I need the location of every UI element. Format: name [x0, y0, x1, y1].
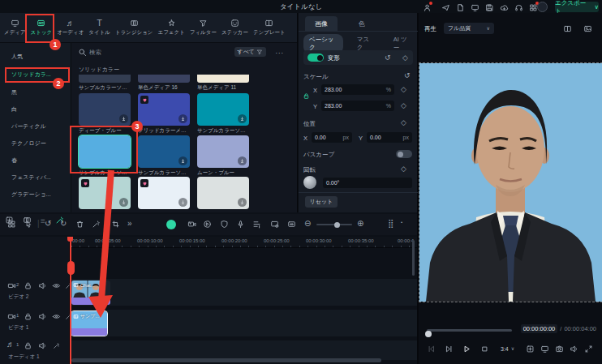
media-item-pale-blue[interactable]	[138, 177, 190, 209]
mute-icon[interactable]	[37, 340, 47, 350]
hide-track-icon[interactable]	[51, 280, 61, 290]
download-icon[interactable]	[119, 114, 128, 123]
keyframe-icon[interactable]: ◇	[402, 54, 408, 62]
media-item-pale-gray[interactable]	[197, 177, 249, 209]
fit-timeline-icon[interactable]	[287, 220, 296, 229]
tab-effects[interactable]: エフェクト	[156, 17, 187, 38]
timeline-ruler[interactable]: 00:00 00:00:05:00 00:00:10:00 00:00:15:0…	[70, 237, 417, 248]
ai-portrait-icon[interactable]	[166, 220, 176, 229]
hide-track-icon[interactable]	[51, 311, 61, 321]
text-to-speech-icon[interactable]	[252, 220, 261, 229]
download-icon[interactable]	[238, 156, 247, 165]
seek-bar[interactable]	[427, 329, 512, 332]
add-marker-icon[interactable]	[526, 345, 535, 353]
tab-media[interactable]: メディア	[2, 17, 28, 38]
next-frame-button[interactable]	[445, 345, 454, 353]
reset-button[interactable]: リセット	[305, 196, 338, 208]
scale-y-input[interactable]: 283.00%	[321, 101, 394, 111]
share-icon[interactable]	[441, 2, 450, 12]
keyframe-icon[interactable]: ◇	[401, 101, 406, 109]
category-black[interactable]: 黒	[11, 88, 68, 96]
scale-reset-icon[interactable]: ↺	[404, 71, 411, 79]
track-wand-icon[interactable]	[51, 340, 61, 350]
keyframe-icon[interactable]: ◇	[401, 118, 406, 126]
tab-templates[interactable]: テンプレート	[251, 17, 288, 38]
preview-portrait[interactable]	[419, 63, 602, 302]
filter-all-dropdown[interactable]: すべて	[234, 47, 267, 57]
lock-icon[interactable]	[23, 280, 32, 290]
track-lane-video1[interactable]	[70, 310, 417, 336]
transform-toggle[interactable]	[307, 54, 324, 62]
playhead-handle[interactable]	[67, 237, 73, 242]
tab-transition[interactable]: トランジション	[113, 17, 156, 38]
ai-camera-icon[interactable]	[187, 220, 196, 229]
keyframe-icon[interactable]: ◇	[401, 165, 406, 173]
lock-icon[interactable]	[23, 311, 32, 321]
fullscreen-icon[interactable]	[584, 345, 593, 353]
path-curve-toggle[interactable]	[396, 150, 412, 158]
media-item-moon-blue[interactable]	[197, 135, 249, 168]
media-item-clipped[interactable]	[197, 75, 249, 83]
export-button[interactable]: エクスポート∨	[555, 2, 599, 12]
media-item-deep-blue[interactable]	[79, 93, 131, 126]
search-input[interactable]: 検索	[89, 49, 101, 57]
category-festival[interactable]: フェスティバ...	[11, 173, 68, 182]
tab-image[interactable]: 画像	[305, 16, 338, 31]
avatar[interactable]	[537, 2, 548, 12]
position-x-input[interactable]: 0.00px	[312, 132, 352, 143]
rotation-dial[interactable]	[303, 176, 316, 189]
aspect-ratio-dropdown[interactable]: 3:4∨	[501, 346, 514, 352]
zoom-in-icon[interactable]: ⊕	[357, 220, 363, 228]
headset-icon[interactable]	[514, 2, 523, 12]
keyframe-icon[interactable]: ◇	[401, 85, 406, 93]
download-icon[interactable]	[178, 198, 187, 207]
download-icon[interactable]	[178, 156, 187, 165]
split-icon[interactable]	[92, 220, 101, 229]
lock-icon[interactable]	[23, 340, 32, 350]
category-spring[interactable]: 春	[11, 156, 68, 165]
media-item-dark-blue[interactable]	[138, 135, 190, 168]
scale-x-input[interactable]: 283.00%	[321, 84, 394, 95]
save-icon[interactable]	[484, 2, 494, 12]
tab-audio[interactable]: ♬オーディオ	[54, 18, 86, 38]
tab-filters[interactable]: フィルター	[187, 17, 219, 38]
mute-icon[interactable]	[37, 280, 47, 290]
toolbar-more-icon[interactable]: •	[401, 220, 402, 225]
category-gradation[interactable]: グラデーショ...	[11, 191, 68, 199]
position-y-input[interactable]: 0.00px	[367, 132, 412, 143]
tab-color[interactable]: 色	[349, 16, 375, 31]
horizontal-scrollbar[interactable]	[71, 358, 381, 362]
zoom-out-icon[interactable]: ⊖	[304, 220, 311, 228]
delete-icon[interactable]	[75, 220, 84, 229]
search-bar[interactable]: 検索 すべて ...	[76, 46, 292, 58]
playhead[interactable]	[70, 237, 71, 364]
voiceover-icon[interactable]	[236, 220, 245, 229]
media-item-clipped[interactable]	[138, 75, 190, 83]
download-icon[interactable]	[119, 198, 128, 207]
mute-icon[interactable]	[37, 311, 47, 321]
add-track-icon[interactable]	[5, 216, 14, 225]
more-options-button[interactable]: ...	[275, 47, 284, 55]
link-lock-icon[interactable]	[303, 92, 310, 100]
cloud-upload-icon[interactable]	[499, 2, 509, 12]
playhead-marker[interactable]	[67, 261, 75, 275]
screen-record-icon[interactable]	[270, 220, 279, 229]
media-item-pale-teal[interactable]	[79, 177, 131, 209]
manage-tracks-icon[interactable]	[23, 216, 32, 225]
tab-title[interactable]: Tタイトル	[86, 17, 113, 38]
stop-button[interactable]	[480, 345, 489, 353]
snapping-icon[interactable]	[55, 216, 64, 225]
previous-frame-button[interactable]	[427, 345, 436, 353]
track-lane-video2[interactable]	[70, 279, 417, 306]
quality-dropdown[interactable]: フル品質∨	[444, 23, 494, 34]
track-height-icon[interactable]: ⣿	[388, 220, 393, 228]
document-icon[interactable]	[455, 2, 465, 12]
download-icon[interactable]	[178, 114, 187, 123]
download-icon[interactable]	[238, 114, 247, 123]
media-item-clipped[interactable]	[79, 75, 131, 83]
category-particle[interactable]: パーティクル	[11, 122, 68, 131]
device-icon[interactable]	[470, 2, 479, 12]
category-technology[interactable]: テクノロジー	[11, 139, 68, 148]
tab-stickers[interactable]: ステッカー	[219, 17, 251, 38]
track-list-icon[interactable]: ≡	[41, 217, 45, 225]
